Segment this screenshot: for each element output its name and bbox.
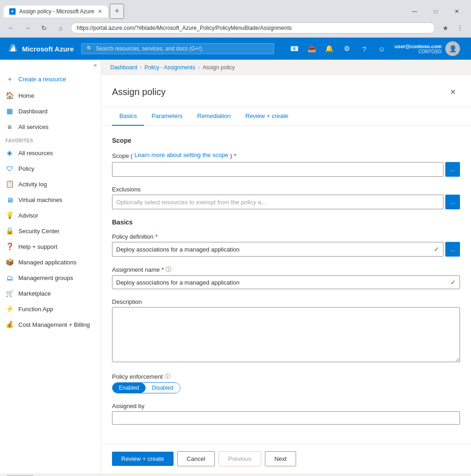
tab-review-create[interactable]: Review + create <box>238 107 296 126</box>
policy-definition-input-group: Deploy associations for a managed applic… <box>112 242 460 257</box>
browser-tab[interactable]: A Assign policy - Microsoft Azure ✕ <box>4 6 108 17</box>
policy-definition-check-icon: ✓ <box>434 246 439 253</box>
sidebar-item-all-services[interactable]: ≡ All services <box>0 119 101 134</box>
content-area: Dashboard › Policy - Assignments › Assig… <box>101 60 471 474</box>
sidebar-item-create-resource[interactable]: ＋ Create a resource <box>0 70 101 88</box>
settings-icon[interactable]: ⚙ <box>339 40 355 57</box>
azure-header: Microsoft Azure 🔍 📧 📤 🔔 ⚙ ? ☺ user@conto… <box>0 38 471 60</box>
assignment-name-form-group: Assignment name * ⓘ Deploy associations … <box>112 266 460 289</box>
policy-definition-value: Deploy associations for a managed applic… <box>116 246 240 253</box>
azure-logo-icon <box>7 43 18 54</box>
emoji-icon[interactable]: ☺ <box>374 40 390 57</box>
notifications-icon[interactable]: 📧 <box>286 40 303 57</box>
next-button[interactable]: Next <box>265 451 297 466</box>
sidebar-item-policy[interactable]: 🛡 Policy <box>0 161 101 176</box>
form-content: Scope Scope (Learn more about setting th… <box>101 126 471 445</box>
description-form-group: Description <box>112 298 460 364</box>
tab-close-icon[interactable]: ✕ <box>98 8 102 15</box>
sidebar-item-all-resources[interactable]: ◈ All resources <box>0 145 101 161</box>
minimize-button[interactable]: — <box>404 5 425 18</box>
scope-input[interactable] <box>112 162 443 177</box>
sidebar-item-cost-management[interactable]: 💰 Cost Management + Billing <box>0 317 101 332</box>
panel-close-button[interactable]: ✕ <box>445 84 460 99</box>
sidebar-item-virtual-machines[interactable]: 🖥 Virtual machines <box>0 192 101 207</box>
assignment-name-required: * <box>162 266 164 273</box>
scope-ellipsis-button[interactable]: … <box>445 162 460 177</box>
refresh-button[interactable]: ↻ <box>38 22 50 34</box>
tab-remediation[interactable]: Remediation <box>190 107 238 126</box>
cancel-button[interactable]: Cancel <box>177 451 215 466</box>
close-button[interactable]: ✕ <box>446 5 467 18</box>
policy-definition-ellipsis-button[interactable]: … <box>445 242 460 257</box>
description-label: Description <box>112 298 460 305</box>
previous-button: Previous <box>219 451 261 466</box>
enforcement-disabled-button[interactable]: Disabled <box>146 383 180 393</box>
user-org: CONTOSO <box>395 49 442 54</box>
azure-logo-text: Microsoft Azure <box>22 45 74 53</box>
home-button[interactable]: ⌂ <box>54 22 67 34</box>
exclusions-ellipsis-button[interactable]: … <box>445 195 460 209</box>
help-icon[interactable]: ? <box>356 40 373 57</box>
sidebar-item-function-app[interactable]: ⚡ Function App <box>0 301 101 317</box>
new-tab-button[interactable]: + <box>110 4 124 19</box>
tab-parameters[interactable]: Parameters <box>144 107 190 126</box>
sidebar-help-support-label: Help + support <box>18 243 57 250</box>
user-email: user@contoso.com <box>395 44 442 49</box>
assignment-name-select[interactable]: Deploy associations for a managed applic… <box>112 275 460 289</box>
panel-footer: Review + create Cancel Previous Next <box>101 443 471 474</box>
policy-definition-select[interactable]: Deploy associations for a managed applic… <box>112 242 443 257</box>
sidebar-collapse-button[interactable]: « <box>0 60 101 70</box>
assignment-name-check-icon: ✓ <box>450 279 456 286</box>
sidebar-item-advisor[interactable]: 💡 Advisor <box>0 207 101 223</box>
breadcrumb-sep-1: › <box>140 64 142 71</box>
tab-basics[interactable]: Basics <box>112 107 144 126</box>
sidebar-all-resources-label: All resources <box>18 150 53 157</box>
sidebar-item-managed-applications[interactable]: 📦 Managed applications <box>0 254 101 270</box>
alerts-icon[interactable]: 🔔 <box>321 40 338 57</box>
description-textarea[interactable] <box>112 307 460 362</box>
scope-input-group: … <box>112 162 460 177</box>
scope-learn-more-link[interactable]: Learn more about setting the scope <box>135 151 229 158</box>
forward-button[interactable]: → <box>21 22 34 34</box>
assignment-name-value: Deploy associations for a managed applic… <box>116 279 240 286</box>
sidebar-item-marketplace[interactable]: 🛒 Marketplace <box>0 286 101 301</box>
panel-title: Assign policy <box>112 87 166 97</box>
assigned-by-input[interactable] <box>112 411 460 425</box>
breadcrumb-dashboard[interactable]: Dashboard <box>110 64 137 71</box>
exclusions-form-group: Exclusions … <box>112 186 460 209</box>
user-info[interactable]: user@contoso.com CONTOSO 👤 <box>391 39 464 58</box>
sidebar-item-help-support[interactable]: ❓ Help + support <box>0 239 101 254</box>
assigned-by-form-group: Assigned by <box>112 403 460 425</box>
panel-header: Assign policy ✕ <box>101 75 471 107</box>
sidebar-cost-management-label: Cost Management + Billing <box>18 321 90 328</box>
scope-label-text: Scope ( <box>112 152 133 159</box>
search-input[interactable] <box>96 45 269 52</box>
favorites-icon[interactable]: ★ <box>439 22 452 34</box>
sidebar-advisor-label: Advisor <box>18 212 38 219</box>
address-bar[interactable]: https://portal.azure.com/?#blade/Microso… <box>71 22 435 34</box>
sidebar-item-management-groups[interactable]: 🗂 Management groups <box>0 270 101 286</box>
breadcrumb-policy-assignments[interactable]: Policy - Assignments <box>145 64 196 71</box>
sidebar-item-dashboard[interactable]: ▦ Dashboard <box>0 103 101 119</box>
sidebar-activity-log-label: Activity log <box>18 181 47 188</box>
enforcement-info-icon[interactable]: ⓘ <box>165 373 170 381</box>
breadcrumb: Dashboard › Policy - Assignments › Assig… <box>101 60 471 75</box>
sidebar-item-security-center[interactable]: 🔒 Security Center <box>0 223 101 239</box>
exclusions-input[interactable] <box>112 195 443 209</box>
review-create-button[interactable]: Review + create <box>112 452 174 466</box>
all-resources-icon: ◈ <box>6 149 14 157</box>
maximize-button[interactable]: □ <box>425 5 446 18</box>
search-box[interactable]: 🔍 <box>81 43 274 54</box>
enforcement-enabled-button[interactable]: Enabled <box>112 383 146 393</box>
back-button[interactable]: ← <box>5 22 17 34</box>
feedback-icon[interactable]: 📤 <box>304 40 320 57</box>
sidebar-home-label: Home <box>18 92 34 99</box>
scope-required: * <box>234 152 236 159</box>
azure-logo: Microsoft Azure <box>7 43 74 54</box>
assignment-name-info-icon[interactable]: ⓘ <box>166 266 171 274</box>
policy-definition-label-text: Policy definition <box>112 233 153 240</box>
sidebar-item-home[interactable]: 🏠 Home <box>0 88 101 103</box>
user-avatar: 👤 <box>445 41 460 56</box>
more-options-icon[interactable]: ⋮ <box>454 22 466 34</box>
sidebar-item-activity-log[interactable]: 📋 Activity log <box>0 176 101 192</box>
